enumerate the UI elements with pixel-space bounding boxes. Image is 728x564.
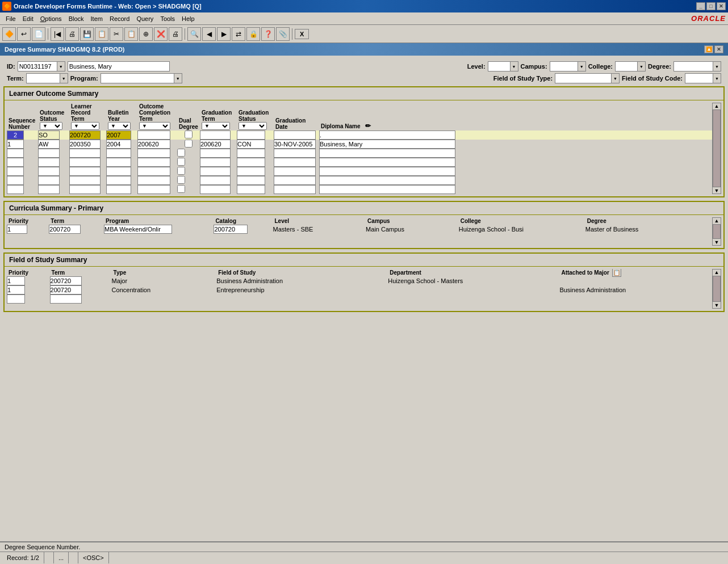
cell-gd[interactable] [274, 131, 319, 140]
cell-dd[interactable] [177, 131, 200, 140]
gs-filter[interactable]: ▼ [239, 122, 267, 130]
gt-filter[interactable]: ▼ [202, 122, 230, 130]
toolbar-btn-16[interactable]: ⇄ [232, 27, 245, 41]
menu-block[interactable]: Block [65, 14, 87, 23]
toolbar-btn-14[interactable]: ◀ [202, 27, 216, 41]
scroll-down-btn[interactable]: ▼ [714, 188, 719, 193]
toolbar-x-btn[interactable]: X [295, 29, 309, 39]
prio-input[interactable] [7, 225, 27, 234]
cell-dd[interactable] [177, 140, 200, 149]
toolbar-btn-9[interactable]: 📋 [124, 27, 138, 41]
curricula-scrollbar[interactable]: ▲ ▼ [712, 217, 721, 246]
diploma-edit-icon[interactable]: ✏ [365, 122, 371, 130]
minimize-btn[interactable]: _ [696, 2, 705, 10]
campus-dropdown[interactable] [578, 61, 586, 71]
degree-dropdown[interactable] [713, 61, 721, 71]
cell-gt[interactable] [200, 131, 237, 140]
fos-code-dropdown[interactable] [713, 73, 721, 83]
dual-degree-check-2[interactable] [185, 140, 193, 148]
curricula-scroll-thumb[interactable] [713, 224, 721, 239]
toolbar-btn-17[interactable]: 🔒 [246, 27, 260, 41]
id-input[interactable] [18, 61, 57, 71]
fos-scroll-down[interactable]: ▼ [714, 302, 719, 308]
program-input[interactable] [101, 73, 174, 83]
program-dropdown[interactable] [174, 73, 182, 83]
scroll-up-btn[interactable]: ▲ [714, 103, 719, 109]
toolbar-btn-7[interactable]: 📋 [95, 27, 108, 41]
oct-filter[interactable]: ▼ [139, 122, 170, 130]
cell-status[interactable] [38, 131, 69, 140]
menu-item[interactable]: Item [87, 14, 106, 23]
menu-options[interactable]: Options [37, 14, 65, 23]
cell-oct[interactable] [137, 140, 177, 149]
term-input[interactable] [49, 225, 81, 234]
menu-query[interactable]: Query [133, 14, 157, 23]
level-dropdown[interactable] [511, 61, 518, 71]
cell-dn[interactable] [319, 131, 712, 140]
fos-scroll-thumb[interactable] [713, 276, 721, 302]
menu-tools[interactable]: Tools [157, 14, 178, 23]
dual-degree-check[interactable] [185, 131, 193, 138]
curricula-scroll-down[interactable]: ▼ [714, 239, 719, 245]
fos-type-input[interactable] [555, 73, 612, 83]
toolbar-btn-4[interactable]: |◀ [51, 27, 64, 41]
cell-by[interactable] [106, 131, 137, 140]
curricula-scroll-up[interactable]: ▲ [714, 218, 719, 224]
fos-prio-input-2[interactable] [7, 285, 25, 294]
menu-edit[interactable]: Edit [19, 14, 37, 23]
fos-type-dropdown[interactable] [612, 73, 620, 83]
term-dropdown[interactable] [60, 73, 68, 83]
cell-seq[interactable]: 2 [7, 131, 38, 140]
menu-file[interactable]: File [2, 14, 19, 23]
cell-dn[interactable] [319, 140, 712, 149]
menu-record[interactable]: Record [106, 14, 133, 23]
program-input[interactable] [104, 225, 172, 234]
cell-oct[interactable] [137, 131, 177, 140]
cell-status[interactable] [38, 140, 69, 149]
name-input[interactable] [68, 61, 170, 71]
toolbar-btn-3[interactable]: 📄 [32, 27, 45, 41]
cell-lrt[interactable] [69, 131, 106, 140]
outcome-status-filter[interactable]: ▼ [40, 122, 62, 130]
term-input[interactable] [26, 73, 60, 83]
catalog-input[interactable] [214, 225, 248, 234]
toolbar-btn-15[interactable]: ▶ [217, 27, 231, 41]
fos-term-input-3[interactable] [50, 294, 82, 304]
lrt-filter[interactable]: ▼ [71, 122, 99, 130]
level-input[interactable] [488, 61, 511, 71]
scroll-thumb[interactable] [713, 110, 721, 187]
sub-restore-btn[interactable]: 🔼 [704, 45, 713, 53]
toolbar-btn-2[interactable]: ↩ [17, 27, 31, 41]
toolbar-btn-19[interactable]: 📎 [276, 27, 290, 41]
toolbar-btn-1[interactable]: 🔶 [2, 27, 16, 41]
fos-prio-input-3[interactable] [7, 294, 25, 304]
learner-outcome-scrollbar[interactable]: ▲ ▼ [712, 103, 721, 194]
toolbar-btn-5[interactable]: 🖨 [65, 27, 79, 41]
cell-gs[interactable] [237, 131, 274, 140]
sub-close-btn[interactable]: ✕ [714, 45, 723, 53]
close-btn[interactable]: ✕ [717, 2, 726, 10]
attached-icon[interactable]: 📋 [612, 269, 621, 277]
maximize-btn[interactable]: □ [706, 2, 716, 10]
degree-input[interactable] [673, 61, 713, 71]
fos-term-input-2[interactable] [50, 285, 82, 294]
toolbar-btn-6[interactable]: 💾 [80, 27, 94, 41]
campus-input[interactable] [550, 61, 578, 71]
fos-code-input[interactable] [685, 73, 713, 83]
fos-prio-input[interactable] [7, 276, 25, 285]
toolbar-btn-13[interactable]: 🔍 [187, 27, 201, 41]
college-input[interactable] [615, 61, 638, 71]
cell-gd[interactable] [274, 140, 319, 149]
toolbar-btn-11[interactable]: ❌ [154, 27, 168, 41]
cell-gt[interactable] [200, 140, 237, 149]
college-dropdown[interactable] [638, 61, 646, 71]
menu-help[interactable]: Help [178, 14, 198, 23]
fos-scroll-up[interactable]: ▲ [714, 270, 719, 275]
toolbar-btn-10[interactable]: ⊕ [139, 27, 153, 41]
toolbar-btn-18[interactable]: ❓ [261, 27, 275, 41]
cell-lrt[interactable] [69, 140, 106, 149]
fos-scrollbar[interactable]: ▲ ▼ [712, 269, 721, 309]
toolbar-btn-8[interactable]: ✂ [110, 27, 123, 41]
fos-term-input[interactable] [50, 276, 82, 285]
cell-by[interactable] [106, 140, 137, 149]
